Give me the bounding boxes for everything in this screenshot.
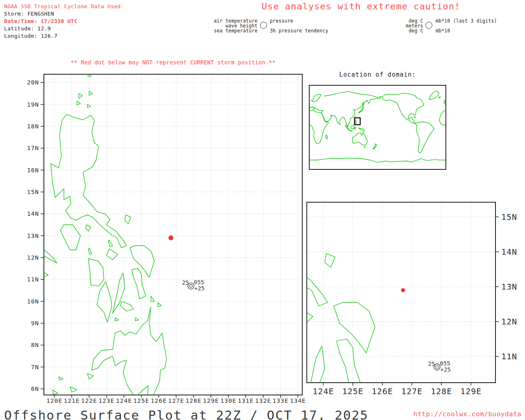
coastline [79, 94, 82, 98]
station-pressure: 055 [440, 360, 450, 367]
station-air-temp: 25 [182, 279, 189, 286]
coastline [334, 302, 375, 353]
coastline [77, 101, 81, 105]
coastline [491, 116, 492, 117]
coastline [88, 259, 104, 286]
station-plot: 25055+25 [428, 360, 451, 373]
coastline [519, 93, 525, 123]
x-tick-label: 131E [238, 397, 254, 404]
coastline [491, 119, 493, 125]
coastline [125, 215, 131, 224]
station-air-temp: 25 [428, 361, 435, 367]
y-tick-label: 14N [27, 210, 39, 217]
coastline [349, 130, 352, 131]
coastline [59, 377, 63, 380]
coastline [501, 146, 502, 147]
coastline [87, 105, 91, 108]
coastline [439, 111, 446, 126]
y-tick-label: 13N [501, 282, 517, 292]
x-tick-label: 130E [220, 397, 236, 404]
station-plot: 25055+25 [182, 279, 205, 292]
coastline [358, 106, 364, 113]
y-tick-label: 8N [31, 342, 39, 348]
y-tick-label: 6N [31, 386, 39, 392]
station-pressure: 055 [194, 279, 204, 285]
coastline [364, 146, 365, 147]
coastline [262, 27, 268, 33]
coastline [355, 116, 356, 117]
x-tick-label: 126E [151, 397, 167, 404]
map-canvas: 120E121E122E123E124E125E126E127E128E129E… [0, 0, 525, 420]
coastline [446, 110, 465, 144]
station-pressure-tendency: +25 [440, 366, 450, 373]
coastline [115, 318, 119, 321]
coastline [342, 418, 348, 420]
x-tick-label: 127E [168, 397, 184, 404]
y-tick-label: 11N [27, 276, 39, 283]
main-map: 120E121E122E123E124E125E126E127E128E129E… [27, 73, 306, 404]
x-tick-label: 124E [313, 386, 334, 396]
coastline [495, 128, 501, 132]
coastline [244, 72, 249, 78]
y-tick-label: 14N [501, 247, 517, 257]
coastline [52, 390, 58, 395]
coastline [487, 126, 491, 129]
x-tick-label: 134E [290, 397, 306, 404]
y-tick-label: 15N [501, 212, 517, 222]
x-tick-label: 129E [203, 397, 219, 404]
coastline [438, 96, 441, 98]
coastline [199, 93, 328, 306]
coastline [482, 125, 486, 130]
y-tick-label: 11N [501, 352, 517, 361]
coastline [446, 158, 525, 162]
coastline [326, 135, 328, 139]
coastline [92, 307, 167, 399]
x-tick-label: 133E [273, 397, 289, 404]
y-tick-label: 16N [27, 167, 39, 173]
x-tick-label: 124E [116, 397, 132, 404]
coastline [509, 144, 514, 149]
coastline [43, 249, 57, 263]
y-tick-label: 12N [501, 317, 517, 326]
coastline [382, 93, 424, 123]
x-tick-label: 122E [81, 397, 97, 404]
coastline [491, 127, 493, 130]
y-tick-label: 20N [27, 79, 39, 86]
coastline [446, 91, 518, 127]
y-tick-label: 18N [27, 123, 39, 130]
x-tick-label: 128E [431, 386, 452, 396]
coastline [107, 249, 118, 260]
coastline [87, 374, 94, 379]
coastline [70, 387, 77, 392]
coastline [60, 225, 80, 250]
coastline [358, 128, 365, 132]
y-tick-label: 12N [27, 254, 39, 261]
x-tick-label: 121E [64, 397, 80, 404]
coastline [415, 122, 434, 153]
coastline [489, 132, 504, 145]
coastline [258, 269, 267, 280]
offshore-surface-plot-page: { "header": { "source": "NOAA SSD Tropic… [0, 0, 525, 420]
x-tick-label: 128E [185, 397, 201, 404]
coastline [351, 126, 354, 129]
coastline [309, 110, 329, 144]
coastline [158, 302, 162, 307]
domain-rectangle [354, 118, 360, 125]
coastline [486, 130, 489, 131]
world-map [303, 85, 525, 169]
x-tick-label: 125E [342, 386, 363, 396]
coastline [463, 135, 464, 139]
coastline [340, 123, 340, 124]
coastline [499, 102, 500, 106]
storm-position-dot [169, 235, 173, 240]
main-map-frame [44, 74, 302, 395]
world-map-frame [309, 85, 446, 169]
storm-position-dot [401, 288, 405, 292]
coastline [264, 56, 270, 62]
y-tick-label: 9N [31, 320, 39, 326]
coastline [294, 308, 313, 325]
coastline [261, 77, 267, 82]
coastline [354, 127, 356, 130]
x-tick-label: 127E [401, 386, 422, 396]
coastline [303, 111, 309, 126]
